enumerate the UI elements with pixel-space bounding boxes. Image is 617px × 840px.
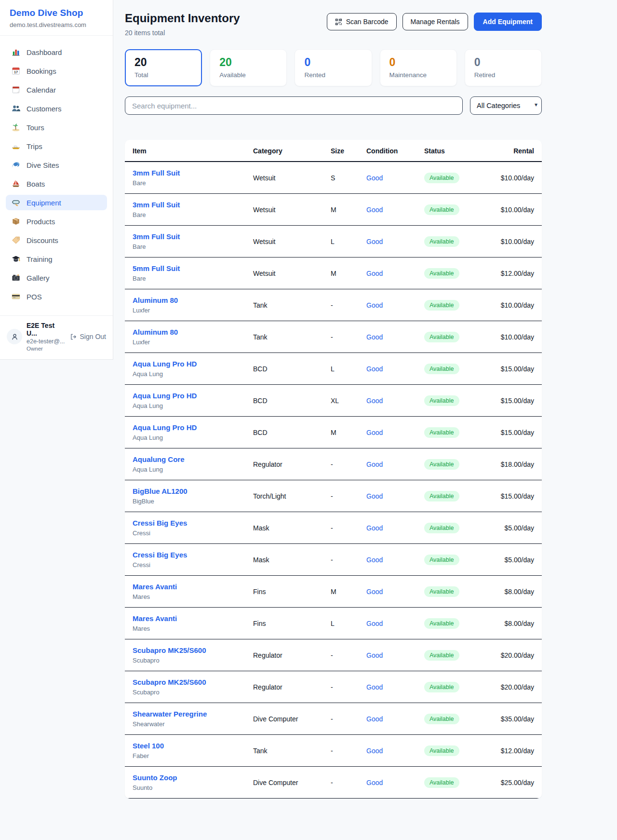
sidebar-item-customers[interactable]: Customers — [6, 101, 107, 116]
item-name-link[interactable]: 3mm Full Suit — [133, 232, 180, 241]
stat-card-rented[interactable]: 0 Rented — [295, 49, 372, 86]
item-category: Wetsuit — [245, 162, 323, 194]
sailboat-icon — [12, 179, 20, 188]
sign-out-label: Sign Out — [80, 333, 106, 340]
item-name-link[interactable]: Scubapro MK25/S600 — [133, 646, 206, 654]
sidebar-item-dashboard[interactable]: Dashboard — [6, 44, 107, 60]
item-name-link[interactable]: BigBlue AL1200 — [133, 487, 188, 495]
condition-link[interactable]: Good — [366, 301, 383, 309]
condition-link[interactable]: Good — [366, 238, 383, 245]
item-name-link[interactable]: 3mm Full Suit — [133, 169, 180, 177]
item-rental-rate: $8.00/day — [479, 576, 542, 608]
sidebar-item-trips[interactable]: Trips — [6, 138, 107, 154]
sidebar-item-label: POS — [27, 293, 42, 301]
stat-label: Available — [219, 71, 277, 79]
condition-link[interactable]: Good — [366, 556, 383, 564]
item-size: - — [323, 448, 359, 480]
condition-link[interactable]: Good — [366, 715, 383, 723]
item-name-link[interactable]: Mares Avanti — [133, 614, 177, 623]
condition-link[interactable]: Good — [366, 397, 383, 405]
item-name-link[interactable]: 5mm Full Suit — [133, 264, 180, 272]
sidebar-item-dive-sites[interactable]: Dive Sites — [6, 157, 107, 173]
table-row: 3mm Full Suit Bare Wetsuit S Good Availa… — [125, 162, 542, 194]
search-input[interactable] — [125, 96, 463, 115]
item-name-link[interactable]: Shearwater Peregrine — [133, 710, 207, 718]
stat-card-maintenance[interactable]: 0 Maintenance — [380, 49, 457, 86]
user-name: E2E Test U... — [27, 322, 66, 337]
item-name-link[interactable]: Steel 100 — [133, 742, 164, 750]
item-name-link[interactable]: Mares Avanti — [133, 583, 177, 591]
stat-label: Rented — [304, 71, 362, 79]
item-category: BCD — [245, 417, 323, 448]
manage-rentals-button[interactable]: Manage Rentals — [402, 13, 468, 30]
condition-link[interactable]: Good — [366, 683, 383, 691]
page-title: Equipment Inventory — [125, 12, 240, 25]
item-size: - — [323, 639, 359, 671]
item-name-link[interactable]: Aluminum 80 — [133, 328, 178, 336]
stat-card-available[interactable]: 20 Available — [210, 49, 287, 86]
item-size: S — [323, 162, 359, 194]
item-category: Regulator — [245, 671, 323, 703]
condition-link[interactable]: Good — [366, 429, 383, 436]
condition-link[interactable]: Good — [366, 206, 383, 214]
condition-link[interactable]: Good — [366, 270, 383, 277]
status-badge: Available — [424, 745, 459, 756]
item-rental-rate: $20.00/day — [479, 639, 542, 671]
sidebar-item-calendar[interactable]: Calendar — [6, 82, 107, 97]
scan-barcode-button[interactable]: Scan Barcode — [327, 13, 397, 30]
item-name-link[interactable]: Aqualung Core — [133, 455, 185, 463]
add-equipment-button[interactable]: Add Equipment — [474, 13, 542, 31]
status-badge: Available — [424, 268, 459, 279]
item-size: M — [323, 576, 359, 608]
page-header: Equipment Inventory 20 items total Scan … — [125, 12, 542, 37]
item-size: - — [323, 735, 359, 767]
condition-link[interactable]: Good — [366, 492, 383, 500]
sidebar-item-bookings[interactable]: 17 Bookings — [6, 63, 107, 79]
item-name-link[interactable]: Suunto Zoop — [133, 773, 177, 782]
user-role: Owner — [27, 346, 66, 352]
condition-link[interactable]: Good — [366, 779, 383, 786]
condition-link[interactable]: Good — [366, 524, 383, 532]
item-name-link[interactable]: Cressi Big Eyes — [133, 519, 187, 527]
item-name-link[interactable]: Aqua Lung Pro HD — [133, 392, 197, 400]
item-name-link[interactable]: Aluminum 80 — [133, 296, 178, 304]
sidebar-item-boats[interactable]: Boats — [6, 176, 107, 191]
condition-link[interactable]: Good — [366, 174, 383, 182]
condition-link[interactable]: Good — [366, 588, 383, 596]
sidebar-item-training[interactable]: Training — [6, 251, 107, 267]
sidebar: Demo Dive Shop demo.test.divestreams.com… — [0, 0, 113, 360]
condition-link[interactable]: Good — [366, 747, 383, 755]
category-filter[interactable]: All Categories — [470, 96, 542, 115]
item-name-link[interactable]: Aqua Lung Pro HD — [133, 360, 197, 368]
sidebar-item-tours[interactable]: Tours — [6, 120, 107, 135]
sidebar-item-pos[interactable]: POS — [6, 289, 107, 304]
condition-link[interactable]: Good — [366, 651, 383, 659]
stat-card-total[interactable]: 20 Total — [125, 49, 202, 86]
stat-card-retired[interactable]: 0 Retired — [465, 49, 542, 86]
item-size: - — [323, 767, 359, 799]
item-rental-rate: $15.00/day — [479, 480, 542, 512]
item-rental-rate: $18.00/day — [479, 448, 542, 480]
item-rental-rate: $15.00/day — [479, 417, 542, 448]
sign-out-button[interactable]: Sign Out — [70, 333, 106, 340]
item-rental-rate: $25.00/day — [479, 767, 542, 799]
sidebar-item-equipment[interactable]: Equipment — [6, 195, 107, 210]
condition-link[interactable]: Good — [366, 365, 383, 373]
equipment-table: Item Category Size Condition Status Rent… — [125, 140, 542, 799]
item-name-link[interactable]: Scubapro MK25/S600 — [133, 678, 206, 686]
brand-name[interactable]: Demo Dive Shop — [10, 8, 103, 18]
sidebar-item-gallery[interactable]: Gallery — [6, 270, 107, 285]
wave-icon — [12, 161, 20, 169]
condition-link[interactable]: Good — [366, 333, 383, 341]
item-brand: Scubapro — [133, 657, 238, 664]
condition-link[interactable]: Good — [366, 620, 383, 627]
category-filter-wrap: All Categories ▾ — [470, 96, 542, 115]
sidebar-item-discounts[interactable]: Discounts — [6, 232, 107, 248]
item-name-link[interactable]: Aqua Lung Pro HD — [133, 423, 197, 432]
condition-link[interactable]: Good — [366, 461, 383, 468]
sidebar-item-products[interactable]: Products — [6, 214, 107, 229]
item-name-link[interactable]: Cressi Big Eyes — [133, 551, 187, 559]
package-icon — [12, 217, 20, 226]
item-category: Dive Computer — [245, 767, 323, 799]
item-name-link[interactable]: 3mm Full Suit — [133, 201, 180, 209]
